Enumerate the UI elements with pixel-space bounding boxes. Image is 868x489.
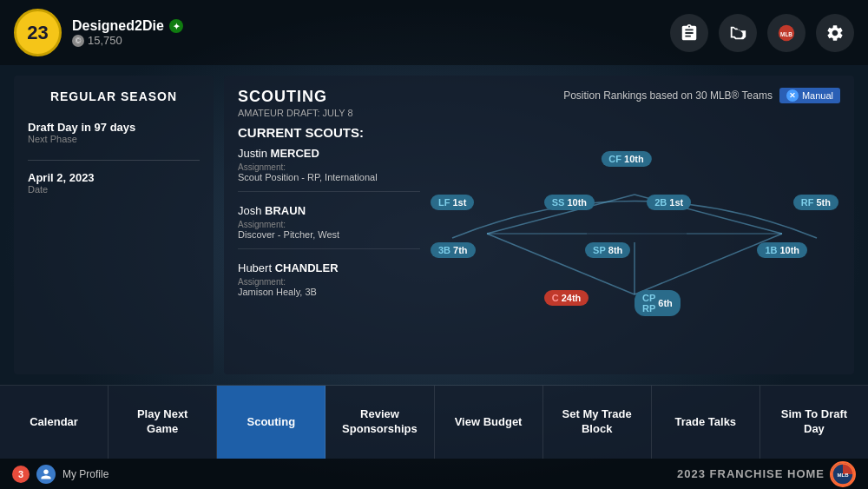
- scout-name-2: Josh BRAUN: [238, 204, 420, 217]
- username: Designed2Die ✦: [72, 18, 183, 34]
- field-diagram: CF 10th LF 1st SS 10th 2B 1st: [429, 147, 840, 329]
- franchise-label: 2023 FRANCHISE HOME: [677, 467, 825, 480]
- draft-days-label: Draft Day in 97 days: [28, 121, 200, 134]
- nav-calendar[interactable]: Calendar: [0, 386, 108, 459]
- position-3b: 3B 7th: [431, 242, 476, 258]
- position-1b: 1B 10th: [757, 242, 807, 258]
- svg-text:MLB: MLB: [837, 472, 849, 478]
- bottom-nav: Calendar Play NextGame Scouting ReviewSp…: [0, 385, 868, 459]
- nav-view-budget[interactable]: View Budget: [435, 386, 543, 459]
- date-sublabel: Date: [28, 184, 200, 195]
- scout-item-3: Hubert CHANDLER Assignment: Jamison Heal…: [238, 261, 420, 306]
- position-rf: RF 5th: [793, 195, 838, 210]
- position-2b: 2B 1st: [647, 195, 691, 210]
- date-label: April 2, 2023: [28, 171, 200, 184]
- mlb-logo-circle: MLB: [830, 461, 856, 487]
- profile-avatar: [36, 465, 56, 484]
- mlb-button[interactable]: MLB: [767, 14, 806, 52]
- scout-2-assignment-label: Assignment:: [238, 220, 420, 229]
- topbar-icons: MLB: [670, 14, 854, 52]
- mlb-icon: MLB: [777, 23, 796, 43]
- profile-label: My Profile: [62, 468, 108, 480]
- scouting-title-block: SCOUTING AMATEUR DRAFT: JULY 8: [238, 88, 353, 118]
- right-panel: SCOUTING AMATEUR DRAFT: JULY 8 Position …: [224, 76, 854, 374]
- clipboard-button[interactable]: [670, 14, 708, 52]
- section-title: REGULAR SEASON: [28, 89, 200, 103]
- scout-3-assignment-value: Jamison Healy, 3B: [238, 287, 420, 297]
- scout-1-assignment-label: Assignment:: [238, 162, 420, 172]
- scout-item-1: Justin MERCED Assignment: Scout Position…: [238, 147, 420, 192]
- scouts-area: Justin MERCED Assignment: Scout Position…: [238, 147, 840, 329]
- scout-2-assignment-value: Discover - Pitcher, West: [238, 229, 420, 240]
- scouts-list: Justin MERCED Assignment: Scout Position…: [238, 147, 420, 329]
- credits-value: 15,750: [88, 34, 122, 47]
- handshake-button[interactable]: [719, 14, 757, 52]
- scouting-subtitle: AMATEUR DRAFT: JULY 8: [238, 108, 353, 118]
- draft-info: Draft Day in 97 days Next Phase: [28, 121, 200, 144]
- nav-trade-talks[interactable]: Trade Talks: [652, 386, 760, 459]
- nav-scouting[interactable]: Scouting: [217, 386, 326, 459]
- credits: © 15,750: [72, 34, 183, 47]
- scout-item-2: Josh BRAUN Assignment: Discover - Pitche…: [238, 204, 420, 249]
- nav-sim-to-draft[interactable]: Sim To DraftDay: [760, 386, 868, 459]
- left-panel: REGULAR SEASON Draft Day in 97 days Next…: [14, 76, 214, 374]
- manual-badge[interactable]: ✕ Manual: [779, 88, 840, 103]
- position-c: C 24th: [544, 290, 589, 306]
- gear-icon: [825, 23, 845, 43]
- logo: 23: [14, 9, 62, 56]
- franchise-info: 2023 FRANCHISE HOME MLB: [677, 461, 856, 487]
- xbox-icon: ✦: [169, 19, 183, 33]
- scouting-header: SCOUTING AMATEUR DRAFT: JULY 8 Position …: [238, 88, 840, 118]
- clipboard-icon: [680, 23, 699, 43]
- user-info: Designed2Die ✦ © 15,750: [72, 18, 183, 47]
- divider-1: [28, 160, 200, 161]
- scout-name-3: Hubert CHANDLER: [238, 261, 420, 274]
- settings-button[interactable]: [816, 14, 854, 52]
- position-sp: SP 8th: [585, 242, 630, 258]
- position-ss: SS 10th: [544, 195, 595, 210]
- profile-section: 3 My Profile: [12, 465, 108, 484]
- scout-1-assignment-value: Scout Position - RP, International: [238, 172, 420, 182]
- svg-text:MLB: MLB: [780, 30, 792, 36]
- x-icon: ✕: [786, 89, 799, 102]
- draft-days-sublabel: Next Phase: [28, 134, 200, 144]
- current-scouts-title: CURRENT SCOUTS:: [238, 125, 840, 140]
- notification-badge: 3: [12, 466, 30, 483]
- credits-icon: ©: [72, 35, 84, 47]
- position-cprp: CPRP 6th: [635, 290, 681, 316]
- nav-review-sponsorships[interactable]: ReviewSponsorships: [326, 386, 434, 459]
- logo-number: 23: [27, 22, 48, 44]
- nav-set-trade-block[interactable]: Set My TradeBlock: [543, 386, 652, 459]
- header-top-right: Position Rankings based on 30 MLB® Teams…: [563, 88, 840, 103]
- position-lf: LF 1st: [431, 195, 474, 210]
- position-rankings-label: Position Rankings based on 30 MLB® Teams: [563, 89, 773, 102]
- status-bar: 3 My Profile 2023 FRANCHISE HOME MLB: [0, 459, 868, 489]
- username-text: Designed2Die: [72, 18, 164, 34]
- scout-name-1: Justin MERCED: [238, 147, 420, 160]
- handshake-icon: [728, 23, 747, 43]
- main-content: REGULAR SEASON Draft Day in 97 days Next…: [0, 65, 868, 385]
- position-cf: CF 10th: [601, 151, 651, 167]
- scout-3-assignment-label: Assignment:: [238, 277, 420, 287]
- date-info: April 2, 2023 Date: [28, 171, 200, 195]
- manual-label: Manual: [802, 90, 833, 101]
- scouting-title: SCOUTING: [238, 88, 353, 106]
- topbar: 23 Designed2Die ✦ © 15,750 MLB: [0, 0, 868, 65]
- nav-play-next-game[interactable]: Play NextGame: [108, 386, 217, 459]
